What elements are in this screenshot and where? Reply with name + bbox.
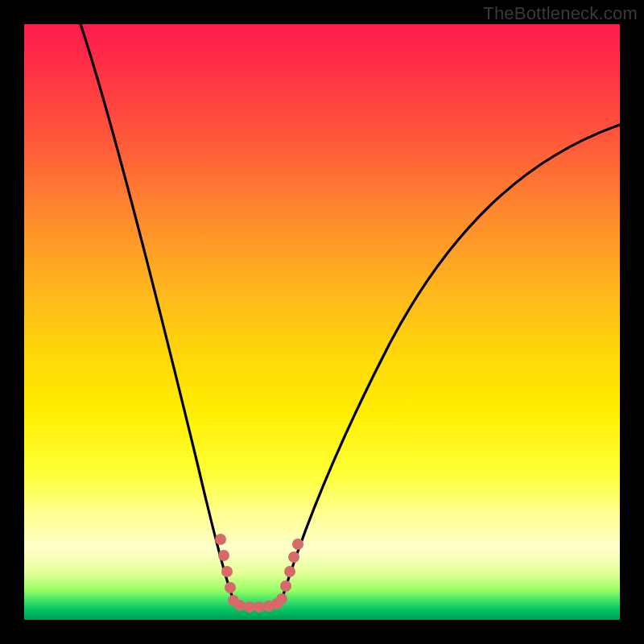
svg-point-14 <box>292 539 303 550</box>
curve-right-branch <box>282 125 620 600</box>
plot-area <box>24 24 620 620</box>
svg-point-13 <box>288 551 299 563</box>
svg-point-11 <box>280 580 291 592</box>
valley-marker <box>215 534 303 613</box>
svg-point-2 <box>221 566 233 577</box>
svg-point-10 <box>276 593 287 605</box>
curve-layer <box>24 24 620 620</box>
svg-point-7 <box>254 601 265 613</box>
chart-frame: TheBottleneck.com <box>0 0 644 644</box>
svg-point-5 <box>234 600 246 611</box>
svg-point-12 <box>284 566 295 577</box>
svg-point-1 <box>218 550 229 561</box>
curve-left-branch <box>80 24 233 600</box>
watermark-text: TheBottleneck.com <box>483 3 638 24</box>
svg-point-3 <box>225 582 236 593</box>
svg-point-0 <box>215 534 226 545</box>
svg-point-6 <box>244 601 255 613</box>
